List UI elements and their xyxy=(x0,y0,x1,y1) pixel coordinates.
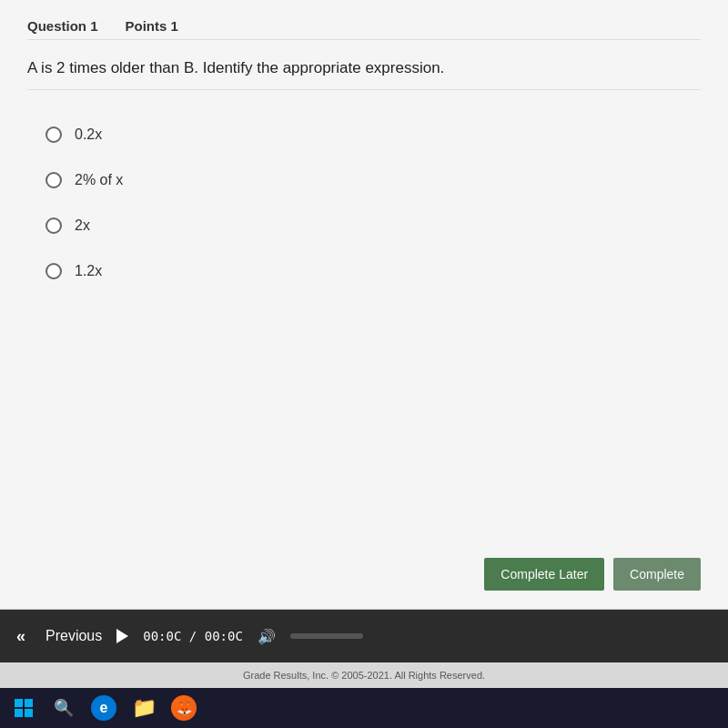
radio-option-4[interactable] xyxy=(46,263,62,279)
play-icon xyxy=(116,629,128,643)
question-header: Question 1 Points 1 xyxy=(27,18,701,40)
option-label-2: 2% of x xyxy=(75,172,123,188)
taskbar-item-search[interactable]: 🔍 xyxy=(47,692,80,724)
question-label: Question 1 xyxy=(27,18,98,34)
points-label: Points 1 xyxy=(126,18,178,34)
radio-option-3[interactable] xyxy=(46,217,62,234)
options-list: 0.2x 2% of x 2x 1.2x xyxy=(27,117,701,279)
complete-later-button[interactable]: Complete Later xyxy=(484,558,604,591)
footer-text: Grade Results, Inc. © 2005-2021. All Rig… xyxy=(243,670,485,681)
option-label-3: 2x xyxy=(75,217,90,234)
audio-progress-bar[interactable] xyxy=(290,633,363,639)
option-label-1: 0.2x xyxy=(75,126,102,143)
footer: Grade Results, Inc. © 2005-2021. All Rig… xyxy=(0,662,728,688)
list-item[interactable]: 1.2x xyxy=(46,263,701,279)
complete-button[interactable]: Complete xyxy=(613,558,701,591)
radio-option-1[interactable] xyxy=(46,126,62,143)
action-buttons: Complete Later Complete xyxy=(484,558,701,591)
ie-icon: e xyxy=(91,695,116,721)
option-label-4: 1.2x xyxy=(75,263,102,279)
folder-icon: 📁 xyxy=(132,696,157,720)
volume-icon[interactable]: 🔊 xyxy=(258,628,276,645)
radio-option-2[interactable] xyxy=(46,172,62,188)
taskbar-item-windows[interactable] xyxy=(7,692,40,724)
list-item[interactable]: 0.2x xyxy=(46,126,701,143)
main-container: Question 1 Points 1 A is 2 times older t… xyxy=(0,0,728,728)
play-button[interactable] xyxy=(116,629,128,643)
firefox-icon: 🦊 xyxy=(171,695,197,721)
question-text: A is 2 times older than B. Identify the … xyxy=(27,56,701,90)
taskbar: 🔍 e 📁 🦊 xyxy=(0,688,728,728)
chevron-left-icon[interactable]: « xyxy=(11,623,31,650)
list-item[interactable]: 2x xyxy=(46,217,701,234)
bottom-bar: « Previous 00:0C / 00:0C 🔊 xyxy=(0,610,728,662)
list-item[interactable]: 2% of x xyxy=(46,172,701,188)
previous-button[interactable]: Previous xyxy=(46,628,102,644)
taskbar-item-ie[interactable]: e xyxy=(87,692,120,724)
question-card: Question 1 Points 1 A is 2 times older t… xyxy=(0,0,728,610)
time-display: 00:0C / 00:0C xyxy=(143,629,243,643)
taskbar-item-folder[interactable]: 📁 xyxy=(127,692,160,724)
taskbar-item-firefox[interactable]: 🦊 xyxy=(167,692,200,724)
